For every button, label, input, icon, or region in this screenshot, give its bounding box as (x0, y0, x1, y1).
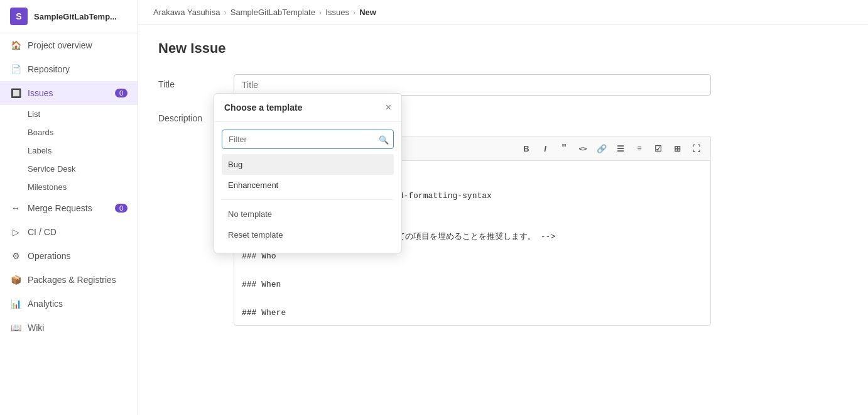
breadcrumb-sep-1: › (319, 8, 322, 17)
choose-template-modal: Choose a template × 🔍 Bug Enhancement No… (214, 93, 402, 253)
sidebar-sub-item-milestones[interactable]: Milestones (28, 178, 138, 196)
search-icon: 🔍 (379, 135, 389, 144)
modal-overlay: Choose a template × 🔍 Bug Enhancement No… (138, 25, 868, 415)
sidebar-logo-text: SampleGitLabTemp... (34, 12, 117, 21)
analytics-icon: 📊 (10, 298, 21, 309)
wiki-icon: 📖 (10, 322, 21, 333)
modal-body: 🔍 Bug Enhancement No template Reset temp… (214, 122, 401, 253)
sidebar-sub-item-labels[interactable]: Labels (28, 141, 138, 160)
breadcrumb-part-1[interactable]: SampleGitLabTemplate (231, 8, 315, 17)
project-overview-icon: 🏠 (10, 40, 21, 51)
breadcrumb-sep-0: › (224, 8, 226, 17)
breadcrumb-current: New (359, 8, 376, 17)
content-area: New Issue Title Description Bug ▾ B I " (138, 25, 868, 415)
operations-icon: ⚙ (10, 250, 21, 262)
filter-input-wrap: 🔍 (222, 130, 394, 149)
template-item-enhancement[interactable]: Enhancement (222, 175, 394, 196)
sidebar-logo[interactable]: S SampleGitLabTemp... (0, 0, 138, 33)
sidebar-sub-item-list[interactable]: List (28, 105, 138, 123)
sidebar-nav-item-analytics[interactable]: 📊 Analytics (0, 292, 138, 316)
sidebar-nav-item-merge-requests[interactable]: ↔ Merge Requests 0 (0, 196, 138, 220)
sidebar-nav-item-project-overview[interactable]: 🏠 Project overview (0, 33, 138, 57)
sidebar-sub-item-service-desk[interactable]: Service Desk (28, 160, 138, 178)
repository-icon: 📄 (10, 64, 21, 75)
sidebar-nav-item-wiki[interactable]: 📖 Wiki (0, 316, 138, 340)
close-icon[interactable]: × (386, 102, 391, 113)
issues-sub-items: List Boards Labels Service Desk Mileston… (28, 105, 138, 196)
issues-badge: 0 (115, 89, 127, 97)
template-item-reset-template[interactable]: Reset template (222, 224, 394, 245)
sidebar-sub-item-boards[interactable]: Boards (28, 123, 138, 141)
sidebar-nav-item-ci-cd[interactable]: ▷ CI / CD (0, 220, 138, 244)
sidebar-nav-item-operations[interactable]: ⚙ Operations (0, 244, 138, 268)
filter-input[interactable] (222, 130, 394, 149)
breadcrumb: Arakawa Yasuhisa › SampleGitLabTemplate … (138, 0, 868, 25)
breadcrumb-part-2[interactable]: Issues (325, 8, 349, 17)
main-area: Arakawa Yasuhisa › SampleGitLabTemplate … (138, 0, 868, 415)
packages-icon: 📦 (10, 274, 21, 285)
sidebar-logo-icon: S (10, 8, 28, 25)
ci-cd-icon: ▷ (10, 226, 21, 238)
modal-header: Choose a template × (214, 94, 401, 122)
sidebar-nav-item-packages[interactable]: 📦 Packages & Registries (0, 268, 138, 292)
breadcrumb-part-0[interactable]: Arakawa Yasuhisa (153, 8, 220, 17)
breadcrumb-sep-2: › (353, 8, 355, 17)
sidebar: S SampleGitLabTemp... 🏠 Project overview… (0, 0, 138, 415)
template-item-bug[interactable]: Bug (222, 154, 394, 175)
modal-title: Choose a template (224, 102, 302, 113)
merge-requests-icon: ↔ (10, 202, 21, 214)
template-list: Bug Enhancement No template Reset templa… (222, 154, 394, 245)
issues-icon: 🔲 (10, 87, 21, 99)
merge-requests-badge: 0 (115, 204, 127, 213)
sidebar-nav-item-repository[interactable]: 📄 Repository (0, 57, 138, 81)
template-divider (222, 199, 394, 200)
template-item-no-template[interactable]: No template (222, 204, 394, 224)
sidebar-nav-item-issues[interactable]: 🔲 Issues 0 (0, 81, 138, 105)
